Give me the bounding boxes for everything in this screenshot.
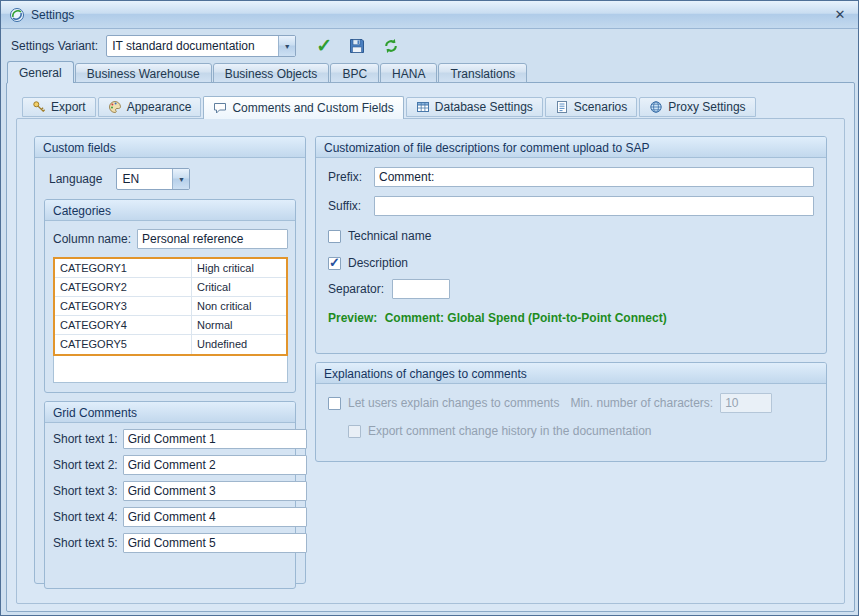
- prefix-label: Prefix:: [328, 170, 366, 184]
- description-checkbox[interactable]: [328, 257, 341, 270]
- short-text-2-input[interactable]: [123, 455, 307, 475]
- subtab-export[interactable]: Export: [22, 97, 96, 117]
- preview-label: Preview:: [328, 311, 377, 325]
- subtab-database-settings[interactable]: Database Settings: [406, 97, 543, 117]
- short-text-4-label: Short text 4:: [53, 510, 118, 524]
- comments-custom-fields-page: Custom fields Language EN ▼ Categories C…: [16, 118, 845, 604]
- general-tab-page: Export Appearance Comments and Custom Fi…: [6, 82, 855, 612]
- document-icon: [555, 100, 569, 114]
- custom-fields-panel: Custom fields Language EN ▼ Categories C…: [34, 136, 306, 584]
- language-value: EN: [117, 169, 172, 189]
- variant-toolbar: Settings Variant: IT standard documentat…: [11, 34, 400, 58]
- explanations-header: Explanations of changes to comments: [316, 363, 826, 384]
- export-history-checkbox: [348, 425, 361, 438]
- language-select[interactable]: EN ▼: [116, 168, 190, 190]
- short-text-3-input[interactable]: [123, 481, 307, 501]
- language-label: Language: [49, 172, 102, 186]
- table-row[interactable]: CATEGORY2 Critical: [55, 278, 286, 297]
- tab-translations[interactable]: Translations: [438, 63, 527, 83]
- categories-group: Categories Column name: CATEGORY1 High c…: [44, 199, 296, 393]
- globe-icon: [649, 100, 663, 114]
- chevron-down-icon[interactable]: ▼: [172, 169, 189, 189]
- let-users-explain-checkbox[interactable]: [328, 397, 341, 410]
- customization-panel: Customization of file descriptions for c…: [315, 136, 827, 354]
- categories-grid: CATEGORY1 High critical CATEGORY2 Critic…: [53, 257, 288, 383]
- close-icon[interactable]: ✕: [830, 6, 850, 23]
- short-text-3-label: Short text 3:: [53, 484, 118, 498]
- separator-input[interactable]: [392, 279, 450, 299]
- app-icon: [9, 7, 25, 23]
- main-tab-bar: General Business Warehouse Business Obje…: [7, 61, 527, 83]
- titlebar: Settings ✕: [1, 1, 858, 29]
- variant-label: Settings Variant:: [11, 39, 98, 53]
- min-characters-input: [720, 393, 772, 413]
- technical-name-label: Technical name: [348, 229, 431, 243]
- description-label: Description: [348, 256, 408, 270]
- window-title: Settings: [31, 8, 74, 22]
- subtab-scenarios[interactable]: Scenarios: [545, 97, 637, 117]
- short-text-4-input[interactable]: [123, 507, 307, 527]
- separator-label: Separator:: [328, 282, 384, 296]
- variant-value: IT standard documentation: [107, 36, 278, 56]
- subtab-comments-custom-fields[interactable]: Comments and Custom Fields: [203, 96, 403, 119]
- sub-tab-bar: Export Appearance Comments and Custom Fi…: [22, 96, 756, 119]
- subtab-appearance[interactable]: Appearance: [98, 97, 202, 117]
- export-history-label: Export comment change history in the doc…: [368, 424, 652, 438]
- save-icon: [348, 37, 366, 55]
- preview-line: Preview: Comment: Global Spend (Point-to…: [328, 311, 814, 325]
- save-button[interactable]: [348, 37, 366, 55]
- column-name-label: Column name:: [53, 232, 131, 246]
- preview-value: Comment: Global Spend (Point-to-Point Co…: [385, 311, 667, 325]
- apply-button[interactable]: ✓: [316, 37, 332, 55]
- tab-hana[interactable]: HANA: [380, 63, 437, 83]
- grid-comments-group: Grid Comments Short text 1: Short text 2…: [44, 401, 296, 589]
- short-text-1-label: Short text 1:: [53, 432, 118, 446]
- palette-icon: [108, 100, 122, 114]
- tab-general[interactable]: General: [7, 61, 74, 83]
- subtab-proxy-settings[interactable]: Proxy Settings: [639, 97, 755, 117]
- key-icon: [32, 100, 46, 114]
- settings-window: Settings ✕ Settings Variant: IT standard…: [0, 0, 859, 616]
- suffix-input[interactable]: [374, 196, 814, 216]
- prefix-input[interactable]: [374, 167, 814, 187]
- let-users-explain-label: Let users explain changes to comments: [348, 396, 559, 410]
- database-table-icon: [416, 100, 430, 114]
- suffix-label: Suffix:: [328, 199, 366, 213]
- short-text-5-label: Short text 5:: [53, 536, 118, 550]
- short-text-5-input[interactable]: [123, 533, 307, 553]
- settings-variant-select[interactable]: IT standard documentation ▼: [106, 35, 296, 57]
- tab-business-warehouse[interactable]: Business Warehouse: [75, 63, 212, 83]
- categories-header: Categories: [45, 200, 295, 221]
- refresh-icon: [382, 37, 400, 55]
- refresh-button[interactable]: [382, 37, 400, 55]
- categories-grid-rows: CATEGORY1 High critical CATEGORY2 Critic…: [53, 257, 288, 356]
- explanations-panel: Explanations of changes to comments Let …: [315, 362, 827, 462]
- table-row[interactable]: CATEGORY1 High critical: [55, 259, 286, 278]
- technical-name-checkbox[interactable]: [328, 230, 341, 243]
- custom-fields-header: Custom fields: [35, 137, 305, 158]
- chevron-down-icon[interactable]: ▼: [278, 36, 295, 56]
- table-row[interactable]: CATEGORY3 Non critical: [55, 297, 286, 316]
- customization-header: Customization of file descriptions for c…: [316, 137, 826, 158]
- speech-bubble-icon: [213, 101, 227, 115]
- column-name-input[interactable]: [137, 229, 288, 249]
- table-row[interactable]: CATEGORY4 Normal: [55, 316, 286, 335]
- short-text-1-input[interactable]: [123, 429, 307, 449]
- table-row[interactable]: CATEGORY5 Undefined: [55, 335, 286, 354]
- short-text-2-label: Short text 2:: [53, 458, 118, 472]
- min-characters-label: Min. number of characters:: [570, 396, 713, 410]
- tab-business-objects[interactable]: Business Objects: [213, 63, 330, 83]
- tab-bpc[interactable]: BPC: [330, 63, 379, 83]
- grid-comments-header: Grid Comments: [45, 402, 295, 423]
